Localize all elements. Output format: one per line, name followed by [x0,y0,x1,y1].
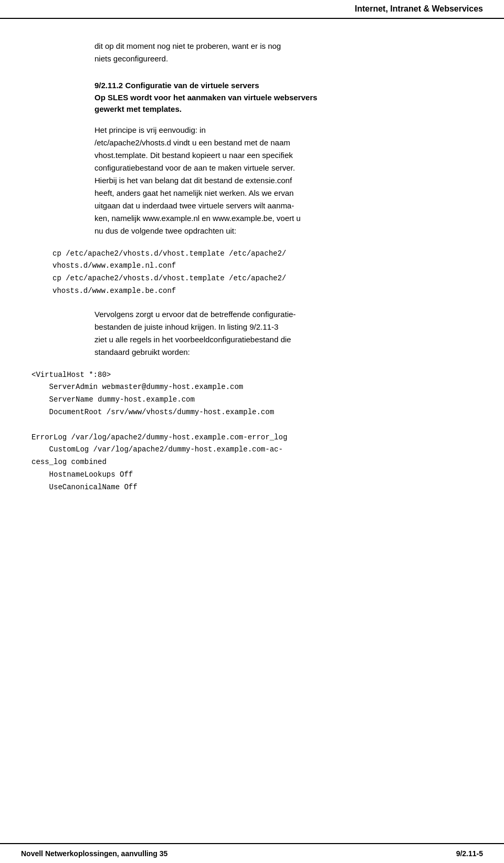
intro-paragraph: dit op dit moment nog niet te proberen, … [94,40,472,65]
virtualhost-code-block: <VirtualHost *:80> ServerAdmin webmaster… [32,369,472,494]
header-title: Internet, Intranet & Webservices [355,4,483,14]
code-block-1: cp /etc/apache2/vhosts.d/vhost.template … [52,248,472,298]
section-heading: 9/2.11.2 Configuratie van de virtuele se… [94,80,472,115]
main-content: dit op dit moment nog niet te proberen, … [0,19,504,843]
footer-left-text: Novell Netwerkoplossingen, aanvulling 35 [21,849,167,858]
page-container: Internet, Intranet & Webservices dit op … [0,0,504,863]
body-paragraph-1: Het principe is vrij eenvoudig: in /etc/… [94,124,472,237]
bottom-footer: Novell Netwerkoplossingen, aanvulling 35… [0,843,504,863]
top-header: Internet, Intranet & Webservices [0,0,504,19]
footer-right-text: 9/2.11-5 [456,849,483,858]
body-paragraph-2: Vervolgens zorgt u ervoor dat de betreff… [94,308,472,359]
